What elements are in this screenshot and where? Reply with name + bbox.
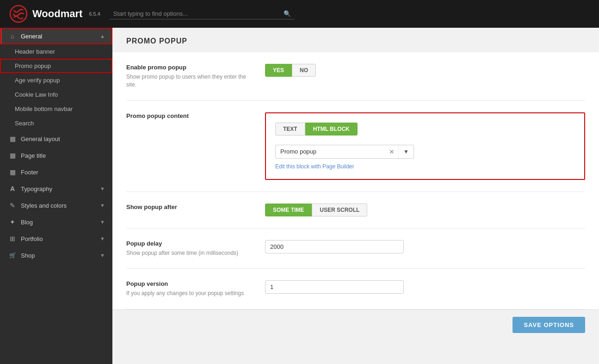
popup-version-control — [265, 280, 585, 294]
select-value: Promo popup — [276, 145, 385, 158]
sidebar-label-age-verify: Age verify popup — [15, 77, 60, 84]
topbar: Woodmart 6.5.4 🔍 — [0, 0, 599, 28]
sidebar-label-shop: Shop — [21, 252, 35, 259]
setting-label-col-show: Show popup after — [126, 204, 256, 213]
popup-delay-control — [265, 240, 585, 253]
sidebar-label-styles-colors: Styles and colors — [21, 202, 67, 209]
enable-promo-toggle: YES NO — [265, 64, 585, 77]
sidebar-item-search[interactable]: Search — [0, 116, 112, 130]
sidebar-label-promo-popup: Promo popup — [15, 62, 51, 69]
sidebar-label-header-banner: Header banner — [15, 48, 55, 55]
save-area: SAVE OPTIONS — [112, 309, 599, 340]
show-popup-label: Show popup after — [126, 204, 256, 210]
promo-content-control: TEXT HTML BLOCK Promo popup ✕ ▼ Edit thi… — [265, 112, 585, 180]
footer-icon: ▦ — [9, 168, 16, 176]
typography-icon: A — [9, 185, 16, 192]
brush-icon: ✎ — [9, 202, 16, 209]
setting-popup-version: Popup version If you apply any changes t… — [126, 269, 585, 309]
sidebar-label-general: General — [21, 33, 42, 40]
sidebar-item-promo-popup[interactable]: Promo popup — [0, 59, 112, 73]
promo-block-select[interactable]: Promo popup ✕ ▼ — [275, 145, 414, 159]
sidebar-item-footer[interactable]: ▦ Footer — [0, 164, 112, 180]
sidebar-item-age-verify[interactable]: Age verify popup — [0, 73, 112, 87]
page-header: PROMO POPUP — [112, 28, 599, 52]
show-popup-scroll-btn[interactable]: USER SCROLL — [312, 204, 367, 216]
main-layout: General ▲ Header banner Promo popup Age … — [0, 28, 599, 364]
sidebar-label-blog: Blog — [21, 219, 33, 226]
settings-area: Enable promo popup Show promo popup to u… — [112, 52, 599, 309]
sidebar-label-typography: Typography — [21, 185, 52, 192]
search-input[interactable] — [113, 10, 280, 17]
popup-version-label: Popup version — [126, 280, 256, 287]
setting-label-col-delay: Popup delay Show popup after some time (… — [126, 240, 256, 257]
sidebar-label-general-layout: General layout — [21, 136, 60, 142]
select-dropdown-btn[interactable]: ▼ — [399, 146, 414, 158]
chevron-typography-icon: ▼ — [100, 186, 105, 191]
logo-area: Woodmart 6.5.4 — [9, 5, 100, 23]
sidebar: General ▲ Header banner Promo popup Age … — [0, 28, 112, 364]
setting-show-popup-after: Show popup after SOME TIME USER SCROLL — [126, 192, 585, 228]
save-options-button[interactable]: SAVE OPTIONS — [513, 317, 585, 333]
show-popup-toggle: SOME TIME USER SCROLL — [265, 204, 585, 216]
setting-label-col-version: Popup version If you apply any changes t… — [126, 280, 256, 297]
home-icon — [9, 32, 16, 40]
sidebar-label-page-title: Page title — [21, 152, 46, 159]
grid-icon: ▦ — [9, 135, 16, 142]
popup-delay-label: Popup delay — [126, 240, 256, 247]
sidebar-item-page-title[interactable]: ▦ Page title — [0, 147, 112, 164]
block-type-html-btn[interactable]: HTML BLOCK — [305, 123, 358, 136]
popup-delay-input[interactable] — [265, 240, 404, 253]
promo-content-label: Promo popup content — [126, 112, 256, 119]
popup-version-input[interactable] — [265, 280, 404, 294]
sidebar-item-shop[interactable]: 🛒 Shop ▼ — [0, 247, 112, 264]
chevron-styles-icon: ▼ — [100, 203, 105, 208]
sidebar-label-portfolio: Portfolio — [21, 235, 43, 242]
enable-promo-desc: Show promo popup to users when they ente… — [126, 73, 256, 89]
topbar-search[interactable]: 🔍 — [110, 8, 295, 19]
setting-label-col-enable: Enable promo popup Show promo popup to u… — [126, 64, 256, 89]
block-type-text-btn[interactable]: TEXT — [275, 123, 305, 136]
blog-icon: ✦ — [9, 218, 16, 226]
sidebar-item-cookie-law[interactable]: Cookie Law Info — [0, 87, 112, 102]
setting-enable-promo: Enable promo popup Show promo popup to u… — [126, 52, 585, 101]
promo-content-block: TEXT HTML BLOCK Promo popup ✕ ▼ Edit thi… — [265, 112, 585, 180]
content-area: PROMO POPUP Enable promo popup Show prom… — [112, 28, 599, 364]
enable-promo-control: YES NO — [265, 64, 585, 77]
portfolio-icon: ⊞ — [9, 235, 16, 242]
sidebar-label-mobile-navbar: Mobile bottom navbar — [15, 105, 73, 112]
search-icon: 🔍 — [284, 10, 291, 17]
page-title: PROMO POPUP — [126, 37, 187, 45]
chevron-portfolio-icon: ▼ — [100, 236, 105, 241]
show-popup-sometime-btn[interactable]: SOME TIME — [265, 204, 312, 216]
sidebar-item-styles-colors[interactable]: ✎ Styles and colors ▼ — [0, 197, 112, 214]
setting-label-col-content: Promo popup content — [126, 112, 256, 122]
popup-delay-desc: Show popup after some time (in milliseco… — [126, 249, 256, 257]
enable-promo-no-btn[interactable]: NO — [292, 64, 316, 77]
sidebar-item-general-layout[interactable]: ▦ General layout — [0, 130, 112, 147]
svg-point-0 — [10, 6, 27, 22]
select-clear-btn[interactable]: ✕ — [385, 145, 399, 158]
logo-text: Woodmart — [32, 8, 82, 20]
shop-icon: 🛒 — [9, 252, 16, 259]
enable-promo-yes-btn[interactable]: YES — [265, 64, 292, 77]
block-type-toggle: TEXT HTML BLOCK — [275, 123, 575, 136]
sidebar-label-footer: Footer — [21, 169, 38, 176]
sidebar-item-header-banner[interactable]: Header banner — [0, 44, 112, 59]
sidebar-item-typography[interactable]: A Typography ▼ — [0, 180, 112, 197]
sidebar-item-portfolio[interactable]: ⊞ Portfolio ▼ — [0, 230, 112, 247]
sidebar-label-cookie-law: Cookie Law Info — [15, 91, 58, 98]
sidebar-item-blog[interactable]: ✦ Blog ▼ — [0, 214, 112, 230]
edit-block-link[interactable]: Edit this block with Page Builder — [275, 163, 354, 170]
sidebar-label-search: Search — [15, 120, 34, 127]
setting-popup-delay: Popup delay Show popup after some time (… — [126, 228, 585, 269]
show-popup-control: SOME TIME USER SCROLL — [265, 204, 585, 216]
sidebar-item-general[interactable]: General ▲ — [0, 28, 112, 44]
version-badge: 6.5.4 — [89, 11, 100, 17]
chevron-icon: ▲ — [100, 33, 105, 39]
setting-promo-content: Promo popup content TEXT HTML BLOCK Prom… — [126, 101, 585, 192]
sidebar-item-mobile-navbar[interactable]: Mobile bottom navbar — [0, 102, 112, 116]
chevron-shop-icon: ▼ — [100, 253, 105, 258]
popup-version-desc: If you apply any changes to your popup s… — [126, 290, 256, 297]
logo-icon — [9, 5, 28, 23]
enable-promo-label: Enable promo popup — [126, 64, 256, 71]
